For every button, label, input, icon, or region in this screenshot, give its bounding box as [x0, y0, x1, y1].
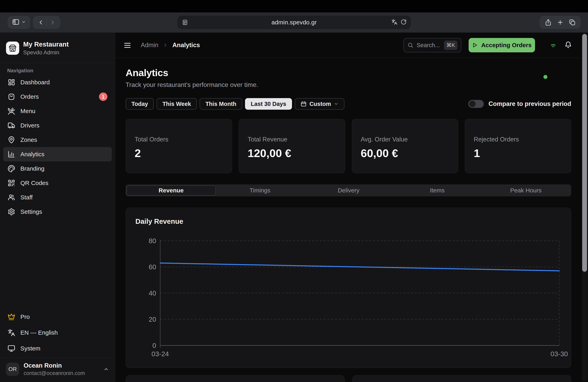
map-pin-icon: [8, 136, 15, 144]
restaurant-header[interactable]: My Restaurant Spevdo Admin: [6, 38, 110, 58]
compare-toggle-label: Compare to previous period: [489, 100, 571, 108]
sidebar-item-drivers[interactable]: Drivers: [3, 118, 112, 133]
analytics-content: Analytics Track your restaurant's perfor…: [126, 58, 571, 382]
filter-last-30-days[interactable]: Last 30 Days: [245, 98, 292, 110]
user-email: contact@oceanronin.com: [24, 370, 85, 376]
nav-section-label: Navigation: [7, 68, 33, 74]
stat-label: Total Revenue: [248, 136, 336, 143]
share-icon[interactable]: [545, 19, 552, 26]
tab-timings[interactable]: Timings: [216, 185, 304, 195]
sidebar-footer: ProEN — EnglishSystem: [3, 309, 112, 356]
stat-card-avg-order-value: Avg. Order Value60,00 €: [352, 119, 458, 173]
svg-text:40: 40: [148, 289, 156, 297]
compare-toggle[interactable]: [468, 100, 484, 108]
accepting-orders-button[interactable]: Accepting Orders: [469, 38, 535, 52]
sidebar-item-staff[interactable]: Staff: [3, 190, 112, 205]
restaurant-subtitle: Spevdo Admin: [23, 49, 69, 56]
search-icon: [407, 42, 413, 48]
stat-label: Avg. Order Value: [361, 136, 449, 143]
scrollbar-thumb[interactable]: [582, 34, 587, 272]
sidebar-item-label: Orders: [21, 93, 39, 100]
back-button[interactable]: [37, 19, 44, 26]
stat-card-total-orders: Total Orders2: [126, 119, 232, 173]
new-tab-icon[interactable]: [557, 19, 564, 26]
menu-bar-strip: [0, 0, 588, 12]
stat-label: Rejected Orders: [474, 136, 562, 143]
address-bar[interactable]: admin.spevdo.gr: [177, 15, 411, 30]
breadcrumb: Admin Analytics: [141, 33, 200, 58]
user-menu[interactable]: OR Ocean Ronin contact@oceanronin.com: [6, 362, 109, 377]
search-shortcut: ⌘K: [444, 40, 457, 50]
search-input[interactable]: [416, 42, 440, 49]
truck-icon: [8, 122, 15, 129]
app-topbar: Admin Analytics ⌘K Accepting Orders: [115, 33, 588, 58]
browser-chrome: admin.spevdo.gr: [0, 12, 588, 33]
filter-custom[interactable]: Custom: [295, 98, 344, 110]
restaurant-name: My Restaurant: [23, 40, 69, 48]
tab-items[interactable]: Items: [393, 185, 482, 195]
sidebar-item-qr-codes[interactable]: QR Codes: [3, 176, 112, 190]
orders-icon: [8, 93, 15, 100]
users-icon: [8, 194, 15, 201]
chevron-up-icon: [104, 366, 109, 372]
avatar: OR: [6, 363, 19, 376]
compare-toggle-group: Compare to previous period: [468, 100, 571, 108]
sidebar-footer-system[interactable]: System: [3, 341, 112, 356]
sidebar-item-menu[interactable]: Menu: [3, 104, 112, 118]
orders-count-badge: 1: [99, 93, 107, 101]
bottom-card-left: [126, 375, 345, 382]
browser-history-nav: [33, 16, 60, 29]
sidebar-item-branding[interactable]: Branding: [3, 161, 112, 176]
svg-text:60: 60: [148, 263, 156, 271]
tab-overview-icon[interactable]: [569, 19, 576, 26]
sidebar-divider: [0, 63, 115, 63]
sidebar-footer-en-english[interactable]: EN — English: [3, 325, 112, 341]
svg-text:20: 20: [148, 315, 156, 323]
sidebar-footer-pro[interactable]: Pro: [3, 309, 112, 325]
sidebar-footer-label: System: [21, 345, 41, 352]
forward-button[interactable]: [49, 19, 56, 26]
stat-value: 120,00 €: [248, 147, 336, 160]
sidebar-item-label: Zones: [21, 136, 37, 143]
monitor-icon: [8, 345, 15, 352]
sidebar-item-orders[interactable]: Orders1: [3, 90, 112, 104]
notifications-bell-icon[interactable]: [564, 41, 572, 49]
sidebar-nav: DashboardOrders1MenuDriversZonesAnalytic…: [3, 75, 112, 219]
sidebar-item-dashboard[interactable]: Dashboard: [3, 75, 112, 90]
reader-icon[interactable]: [182, 19, 188, 25]
sidebar-item-analytics[interactable]: Analytics: [3, 147, 112, 161]
sidebar-item-label: Dashboard: [21, 79, 50, 86]
svg-text:80: 80: [148, 237, 156, 245]
filter-today[interactable]: Today: [126, 98, 154, 110]
analytics-tabs: RevenueTimingsDeliveryItemsPeak Hours: [126, 184, 571, 196]
tab-delivery[interactable]: Delivery: [304, 185, 393, 195]
filter-this-week[interactable]: This Week: [157, 98, 197, 110]
dashboard-icon: [8, 78, 15, 86]
bar-chart-icon: [8, 151, 15, 158]
sidebar-item-label: QR Codes: [21, 180, 48, 186]
sidebar-item-label: Settings: [21, 208, 42, 215]
search-box[interactable]: ⌘K: [403, 38, 462, 52]
filter-this-month[interactable]: This Month: [200, 98, 242, 110]
scrollbar-track[interactable]: [582, 33, 588, 381]
chevron-down-icon: [334, 101, 339, 106]
translate-icon[interactable]: [391, 19, 398, 26]
browser-actions: [540, 16, 581, 29]
sidebar-footer-label: EN — English: [21, 329, 58, 336]
browser-sidebar-toggle[interactable]: [8, 16, 30, 29]
tab-peak-hours[interactable]: Peak Hours: [482, 185, 570, 195]
page-title: Analytics: [126, 67, 571, 78]
breadcrumb-page: Analytics: [172, 41, 200, 49]
hamburger-menu-icon[interactable]: [123, 41, 132, 50]
refresh-icon[interactable]: [400, 19, 407, 26]
toggle-knob: [469, 101, 476, 107]
languages-icon: [8, 329, 15, 336]
tab-revenue[interactable]: Revenue: [126, 185, 216, 195]
sidebar-item-label: Analytics: [21, 151, 44, 158]
sidebar-footer-label: Pro: [21, 313, 30, 320]
sidebar-item-label: Staff: [21, 194, 33, 201]
sidebar-item-zones[interactable]: Zones: [3, 133, 112, 147]
sidebar-item-settings[interactable]: Settings: [3, 205, 112, 219]
breadcrumb-section[interactable]: Admin: [141, 41, 158, 49]
bottom-card-right: [352, 375, 571, 382]
